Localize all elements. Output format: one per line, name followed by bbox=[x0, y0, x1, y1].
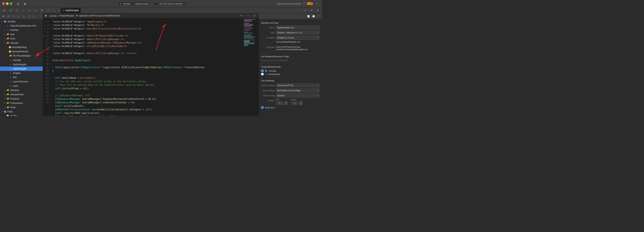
sidebar-item-infoplist[interactable]: ▸≡InfoPlist bbox=[0, 28, 43, 32]
breadcrumb-method[interactable]: Ⅿ -application:didFinishLaunchingWithOpt… bbox=[76, 15, 121, 17]
breadcrumb-appdelegate-h[interactable]: Ⅿ AppDelegate bbox=[59, 15, 74, 17]
sidebar-item-xiemaladebug[interactable]: xiemalaDebug bbox=[0, 45, 43, 49]
sidebar-item-xiemalarelease[interactable]: xiemalaRelease bbox=[0, 49, 43, 54]
layout-button[interactable]: ⊡ bbox=[309, 8, 314, 13]
breadcrumb-xiemala[interactable]: xiemala bbox=[50, 15, 57, 17]
sidebar-item-main[interactable]: mmain bbox=[0, 84, 43, 88]
tree-item-label: xiemalaRelease bbox=[12, 50, 28, 53]
help-tab-button[interactable]: ? bbox=[316, 14, 321, 18]
code-editor[interactable]: 1 2 3 4 5 6 7 8 9 10 11 12 13 14 15 16 1… bbox=[43, 18, 258, 116]
inspect-button[interactable]: ⊡ bbox=[8, 8, 13, 13]
tab-width-input[interactable] bbox=[276, 101, 284, 105]
breadcrumb-project[interactable]: 🔷 bbox=[44, 15, 47, 17]
maximize-button[interactable] bbox=[10, 2, 12, 5]
status-text: Indexing | Processing files bbox=[276, 3, 301, 5]
identity-tab-button[interactable]: 📄 bbox=[306, 14, 311, 18]
sidebar-item-libraries[interactable]: ▸Libraries bbox=[0, 88, 43, 92]
diamond-button[interactable]: ◇ bbox=[33, 8, 38, 13]
tab-increment-button[interactable]: ▲ bbox=[284, 101, 288, 103]
sidebar-bookmark-button[interactable]: ☐ bbox=[11, 14, 16, 18]
minimap-line bbox=[244, 37, 256, 37]
sidebar-diamond-button[interactable]: ◇ bbox=[26, 14, 31, 18]
line-endings-select[interactable]: No Explicit Line Endings ▾ bbox=[276, 88, 320, 92]
warning-button[interactable]: ⚠ bbox=[26, 8, 32, 13]
tree-item-label: xiemala bbox=[10, 42, 18, 44]
sidebar-item-images[interactable]: ℹImages bbox=[0, 71, 43, 75]
file-icon: ℹ bbox=[9, 76, 12, 79]
editor-tab-appdelegate[interactable]: Ⅿ AppDelegate bbox=[60, 8, 81, 13]
on-demand-placeholder: Only resources are taggable bbox=[261, 59, 320, 62]
tree-item-label: Pods bbox=[10, 106, 16, 109]
minimize-button[interactable] bbox=[6, 2, 8, 5]
location-select[interactable]: Relative to Group ▾ bbox=[276, 36, 320, 40]
sidebar-item-appdelegate[interactable]: ⅯAppDelegate bbox=[0, 67, 43, 71]
sidebar-item-fonts[interactable]: ▸fonts bbox=[0, 37, 43, 41]
sidebar-item-xiemalatests[interactable]: ▸xiemalaTests bbox=[0, 92, 43, 97]
sidebar-item-frameworks[interactable]: ▸Frameworks bbox=[0, 101, 43, 105]
device-selector[interactable]: 📱 Any iOS Device (arm64) ▾ bbox=[154, 2, 186, 6]
type-select[interactable]: Default - Objective-C++ S... ▾ bbox=[276, 31, 320, 35]
minimap-line bbox=[244, 43, 255, 43]
history-tab-button[interactable]: 🕐 bbox=[312, 14, 316, 18]
gear-button[interactable]: ⚙ bbox=[39, 8, 44, 13]
tab-decrement-button[interactable]: ▼ bbox=[284, 103, 288, 105]
split-left-button[interactable]: ⟵ bbox=[239, 13, 244, 19]
tab-label: AppDelegate bbox=[65, 9, 79, 12]
sidebar-item-pods[interactable]: ▾Pods bbox=[0, 110, 43, 114]
scheme-selector[interactable]: ✦ xiemala › | update-project bbox=[118, 2, 150, 6]
chevron-down-icon: ▾ bbox=[184, 3, 184, 5]
indent-increment-button[interactable]: ▲ bbox=[299, 101, 302, 103]
sidebar-item-info[interactable]: ℹInfo bbox=[0, 75, 43, 80]
sidebar-symbol-button[interactable]: ⊡ bbox=[6, 14, 10, 18]
filter-button[interactable]: ⊡ bbox=[252, 13, 257, 19]
divider3 bbox=[261, 77, 320, 77]
indent-decrement-button[interactable]: ▼ bbox=[299, 103, 302, 105]
indent-select[interactable]: Spaces ▾ bbox=[276, 94, 320, 97]
encoding-select[interactable]: Unicode (UTF-8) ▾ bbox=[276, 83, 320, 87]
tree-item-label: fonts bbox=[10, 37, 15, 40]
name-input[interactable] bbox=[276, 26, 320, 30]
sidebar-hierarchy-button[interactable]: ⬡ bbox=[32, 14, 36, 18]
widths-field-row: Widths Tab ▲ ▼ Indent bbox=[261, 99, 320, 105]
play-button[interactable]: ▶ bbox=[22, 1, 28, 7]
sidebar-item-xiemala[interactable]: ▾xiemala bbox=[0, 41, 43, 45]
warning-badge[interactable]: ▲ 2 bbox=[307, 2, 313, 5]
inspector-toggle-button[interactable]: ⊟ bbox=[315, 8, 320, 13]
target-xiemala-checkbox[interactable] bbox=[261, 70, 264, 72]
search-button[interactable]: ⌕ bbox=[20, 8, 26, 13]
sidebar-toggle-button[interactable]: ⊞ bbox=[16, 1, 21, 7]
tree-item-label: xiemalaDebug bbox=[12, 46, 27, 49]
sidebar-item-podfile[interactable]: 📄Podfile bbox=[0, 114, 43, 116]
close-button[interactable] bbox=[2, 2, 5, 5]
sidebar-item-xiemala[interactable]: ▾xiemala bbox=[0, 19, 43, 24]
sidebar-item-web[interactable]: ▸web bbox=[0, 32, 43, 37]
scheme-name: xiemala bbox=[123, 3, 130, 5]
file-tree: ▾xiemalaℹAliyunEmasServices-Info▸≡InfoPl… bbox=[0, 19, 43, 116]
bookmark-button[interactable]: ☐ bbox=[14, 8, 20, 13]
warning-nav-button[interactable]: ⚠ bbox=[245, 13, 251, 19]
split-editor-button[interactable]: ⟵ bbox=[302, 8, 308, 13]
hierarchy-button[interactable]: ⬡ bbox=[45, 8, 51, 13]
forward-button[interactable]: › bbox=[57, 9, 60, 12]
sidebar-item-aliyunemasservices-info[interactable]: ℹAliyunEmasServices-Info bbox=[0, 24, 43, 28]
sidebar-grid-button[interactable]: ⊞ bbox=[1, 14, 6, 18]
minimap-line bbox=[244, 29, 258, 30]
sidebar-search-icon[interactable]: ⌕ bbox=[16, 14, 21, 18]
sidebar-item-rctpushmodule[interactable]: ▸RCTPushModule bbox=[0, 54, 43, 58]
divider2 bbox=[261, 63, 320, 63]
disclosure-icon: ▾ bbox=[4, 42, 6, 44]
add-button[interactable]: + bbox=[314, 1, 320, 7]
sidebar-item-products[interactable]: ▸Products bbox=[0, 97, 43, 101]
wrap-lines-checkbox[interactable] bbox=[261, 106, 264, 109]
indent-width-input[interactable] bbox=[291, 101, 298, 105]
target-tests-checkbox[interactable] bbox=[261, 73, 264, 75]
sidebar-item-pods[interactable]: ▸Pods bbox=[0, 105, 43, 110]
back-button[interactable]: ‹ bbox=[54, 9, 56, 12]
code-content[interactable]: "color:#c586c0">#import "AppDelegate.h""… bbox=[50, 18, 243, 116]
sidebar-warning-button[interactable]: ⚠ bbox=[22, 14, 26, 18]
grid-view-button[interactable]: ⊞ bbox=[2, 8, 7, 13]
sidebar-item-xiemala[interactable]: ✕xiemala bbox=[0, 58, 43, 62]
project-name: update-project bbox=[135, 3, 149, 5]
sidebar-item-appdelegate[interactable]: ℹAppDelegate bbox=[0, 62, 43, 67]
sidebar-item-launchscreen[interactable]: ✕LaunchScreen bbox=[0, 80, 43, 84]
